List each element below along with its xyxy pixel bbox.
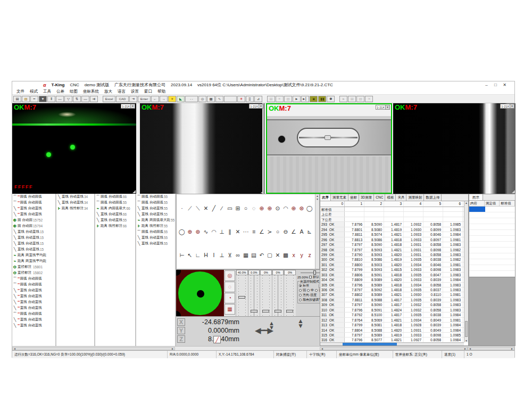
open-file-button[interactable]: ▧ xyxy=(22,96,30,102)
measure-list-item[interactable]: Ⱶ距离线性标注34 xyxy=(56,205,94,211)
detail-row[interactable] xyxy=(469,212,515,218)
measure-list-item[interactable]: ⊖直径标注15802 xyxy=(12,270,55,276)
result-row[interactable]: 298OK7.87978.50931.48211.09310.80981.098… xyxy=(320,248,464,252)
palette-tool-icon[interactable]: ∞ xyxy=(234,251,242,259)
palette-tool-icon[interactable]: ⊕ xyxy=(258,204,265,212)
palette-tool-icon[interactable]: ⊻ xyxy=(226,251,234,259)
open-2-button[interactable]: ▧ xyxy=(356,96,364,102)
palette-tool-icon[interactable]: ≻ xyxy=(266,228,273,236)
block-b-button[interactable]: ▬ xyxy=(81,96,89,102)
probe-dark-button[interactable]: ▼ xyxy=(39,96,47,102)
detail-row[interactable] xyxy=(469,271,515,277)
measure-list-item[interactable]: ╲直线自动直线15 xyxy=(12,235,55,241)
camera-view-2[interactable]: OKM:71-21X▾ xyxy=(140,103,264,194)
light-slider[interactable]: 0% xyxy=(260,270,272,316)
arrow-right-button[interactable]: → xyxy=(160,96,168,102)
measure-list-item[interactable]: ╲直线自动直线34 xyxy=(56,200,94,205)
palette-tool-icon[interactable]: ⟋ xyxy=(186,204,194,212)
menu-item[interactable]: 帮助 xyxy=(155,89,168,94)
measure-list-item[interactable]: ⌒***圆弧自动圆弧 xyxy=(12,311,55,317)
send-tool-button[interactable]: ⇥ xyxy=(129,96,137,102)
detail-row[interactable] xyxy=(469,230,515,236)
palette-tool-icon[interactable]: ⊛ xyxy=(194,228,202,236)
measure-list-item[interactable]: ╲直线自动直线55 xyxy=(136,241,175,246)
run-program-button[interactable]: ► xyxy=(293,96,301,102)
slider-track[interactable] xyxy=(284,275,296,316)
palette-tool-icon[interactable]: ⊕ xyxy=(186,228,194,236)
measure-list-item[interactable]: ╲直线自动直线55 xyxy=(95,217,135,223)
measure-list-item[interactable]: ⌒***圆弧自动圆弧 xyxy=(12,282,55,287)
camera-view-4[interactable]: OKM:71-21X▾ xyxy=(393,103,516,194)
measure-list-item[interactable]: ⌒圆弧自动圆弧55 xyxy=(136,229,175,235)
palette-tool-icon[interactable]: A xyxy=(298,228,305,236)
level-radio[interactable] xyxy=(315,289,318,292)
measure-list-item[interactable]: ╲直线自动直线15 xyxy=(12,229,55,235)
slider-thumb[interactable] xyxy=(275,310,281,312)
result-row[interactable]: 293OK7.87968.50901.48171.09320.80581.098… xyxy=(320,222,464,227)
lift-tool-button[interactable]: ⇅ xyxy=(73,96,81,102)
palette-tool-icon[interactable]: ⊖ xyxy=(282,228,289,236)
measure-list-item[interactable]: ⌒***圆弧自动圆弧 xyxy=(12,194,55,200)
result-row[interactable]: 305OK7.87968.50891.48181.09340.80581.098… xyxy=(320,283,464,287)
palette-tool-icon[interactable]: H xyxy=(202,251,210,259)
detail-row[interactable] xyxy=(469,265,515,271)
table-vscrollbar[interactable]: ▲▼ xyxy=(464,201,468,342)
table-tab[interactable]: 数据上传 xyxy=(424,194,442,201)
measure-list-item[interactable]: ⌒***圆弧自动圆弧 xyxy=(12,200,55,205)
detail-row[interactable] xyxy=(469,224,515,230)
palette-tool-icon[interactable]: ○ xyxy=(274,228,281,236)
palette-tool-icon[interactable]: ✕ xyxy=(234,228,242,236)
result-row[interactable]: 306OK7.87978.50921.48181.09350.80371.098… xyxy=(320,287,464,292)
palette-tool-icon[interactable]: ≡ xyxy=(250,228,257,236)
palette-tool-icon[interactable]: ⊥ xyxy=(218,228,226,236)
light-slider[interactable]: 0% xyxy=(284,270,296,316)
result-row[interactable]: 301OK7.88008.50031.48201.09340.80461.098… xyxy=(320,262,464,267)
palette-tool-icon[interactable]: ∠ xyxy=(258,228,265,236)
measure-list-item[interactable]: ⊕圆自动圆15794 xyxy=(12,223,55,229)
light-slider[interactable]: 0.0% xyxy=(248,270,260,316)
light-slider[interactable]: 0% xyxy=(272,270,284,316)
palette-scrollbar[interactable]: ▲▼ xyxy=(315,194,319,269)
palette-tool-icon[interactable]: ⟍ xyxy=(194,204,202,212)
palette-tool-icon[interactable]: ◠ xyxy=(282,204,289,212)
palette-tool-icon[interactable]: ▭ xyxy=(226,204,234,212)
detail-hscrollbar[interactable]: ◄► xyxy=(468,347,514,350)
detail-row[interactable] xyxy=(469,207,515,212)
tolerance-row[interactable]: 下公差 xyxy=(320,217,464,222)
result-row[interactable]: 303OK7.88068.50911.48181.09350.80471.098… xyxy=(320,273,464,277)
measure-list-item[interactable]: ⊕圆自动圆15752 xyxy=(12,217,55,223)
lists-hscrollbar[interactable]: ◄► xyxy=(12,347,175,350)
result-row[interactable]: 299OK7.87908.50931.48201.09310.80581.098… xyxy=(320,252,464,257)
palette-tool-icon[interactable]: y xyxy=(298,251,305,259)
menu-item[interactable]: 放大 xyxy=(102,89,115,94)
menu-item[interactable]: 模式 xyxy=(27,89,40,94)
slider-thumb[interactable] xyxy=(286,310,293,312)
detail-row[interactable] xyxy=(469,248,515,253)
result-row[interactable]: 311OK7.87928.51001.48171.09350.80381.098… xyxy=(320,312,464,317)
save-report-button[interactable]: ▤ xyxy=(267,96,275,102)
detail-row[interactable] xyxy=(469,259,515,265)
palette-tool-icon[interactable]: ⊙ xyxy=(274,204,281,212)
terrain-view-button[interactable]: ◣ xyxy=(177,96,185,102)
zoom-tool-button[interactable]: ◎ xyxy=(198,96,206,102)
camera-view-3-selected[interactable]: OKM:71-21X▾ xyxy=(266,103,392,194)
move-stage-button[interactable]: ⇉ xyxy=(90,96,98,102)
close-2-button[interactable]: ✕ xyxy=(365,96,373,102)
slider-thumb[interactable] xyxy=(262,310,269,312)
menu-item[interactable]: 设置 xyxy=(128,89,142,94)
z-jog-control[interactable]: ▲▼ xyxy=(297,319,304,328)
result-row[interactable]: 294OK7.88018.50801.48191.09300.80991.098… xyxy=(320,227,464,232)
measure-list-item[interactable]: ╲直线自动直线34 xyxy=(56,194,94,200)
setup-tool-button[interactable]: ✱ xyxy=(327,96,335,102)
run-to-end-button[interactable]: ►▏ xyxy=(301,96,309,102)
measure-list-item[interactable]: ⌒圆弧自动圆弧55 xyxy=(136,200,175,205)
menu-item[interactable]: 工具 xyxy=(40,89,54,94)
palette-tool-icon[interactable]: ⊕ xyxy=(266,204,273,212)
measure-list-item[interactable]: ⌒圆弧自动圆弧55 xyxy=(95,200,135,205)
table-tab[interactable]: 夹具 xyxy=(396,194,406,201)
menu-item[interactable]: 绘图 xyxy=(67,89,80,94)
probe-light-button[interactable]: ▽ xyxy=(64,96,72,102)
measure-list-item[interactable]: ╲***直线自动直线 xyxy=(12,299,55,305)
measure-list-item[interactable]: Ⱶ距离线性标注55 xyxy=(136,223,175,229)
close-button[interactable]: ✕ xyxy=(500,83,509,87)
